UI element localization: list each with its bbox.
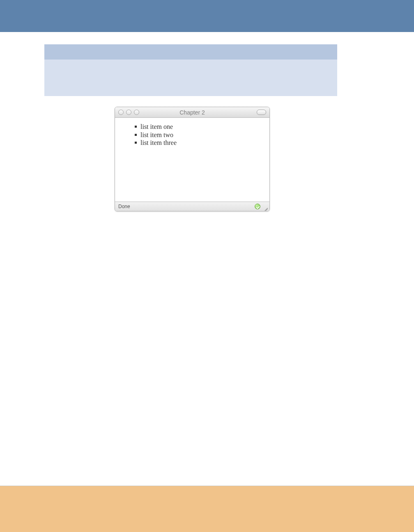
blue-panel-header	[44, 44, 337, 60]
toolbar-toggle-icon[interactable]	[257, 110, 266, 115]
list-item: list item one	[135, 123, 269, 131]
blue-panel-body	[44, 60, 337, 96]
window-titlebar[interactable]: Chapter 2	[115, 107, 269, 118]
browser-window: Chapter 2 list item one list item two li…	[115, 107, 270, 211]
status-text: Done	[118, 204, 255, 209]
page-bottom-band	[0, 486, 414, 532]
checkmark-icon	[255, 204, 260, 209]
traffic-lights	[118, 110, 139, 115]
window-content: list item one list item two list item th…	[115, 118, 269, 202]
page-top-band	[0, 0, 414, 32]
list-item: list item three	[135, 139, 269, 147]
zoom-icon[interactable]	[134, 110, 139, 115]
window-statusbar: Done	[115, 202, 269, 211]
list-item: list item two	[135, 131, 269, 139]
close-icon[interactable]	[118, 110, 124, 115]
blue-panel	[44, 44, 337, 96]
resize-handle-icon[interactable]	[262, 204, 268, 209]
bullet-list: list item one list item two list item th…	[115, 123, 269, 147]
minimize-icon[interactable]	[126, 110, 131, 115]
